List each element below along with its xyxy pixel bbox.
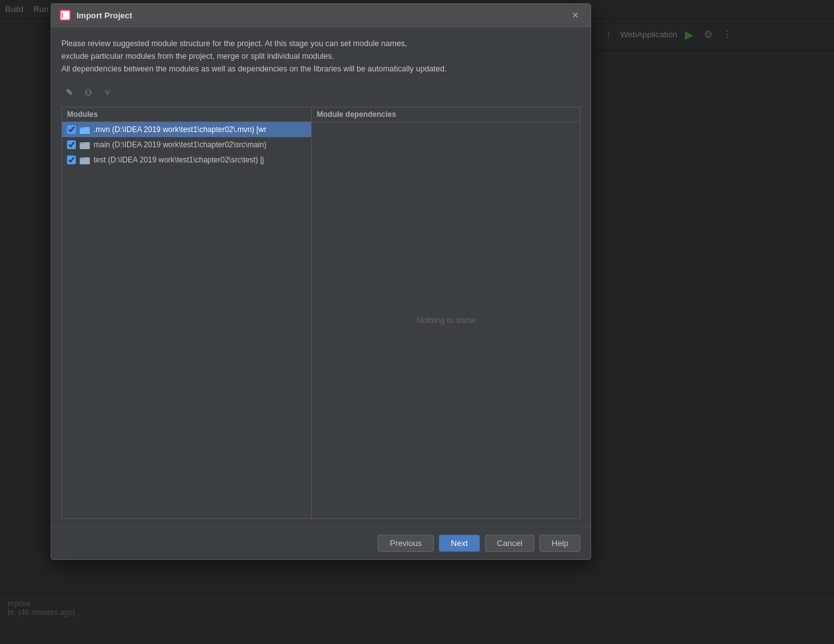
module-name-1: main (D:\IDEA 2019 work\test1\chapter02\… — [94, 140, 266, 149]
svg-rect-5 — [80, 128, 89, 134]
modules-panel: Modules .mvn (D:\IDEA 2019 work\test1\ch… — [62, 107, 312, 518]
module-item[interactable]: .mvn (D:\IDEA 2019 work\test1\chapter02\… — [62, 122, 311, 137]
merge-icon: ⚇ — [85, 88, 92, 97]
module-item[interactable]: test (D:\IDEA 2019 work\test1\chapter02\… — [62, 152, 311, 167]
edit-module-button[interactable]: ✎ — [61, 84, 78, 100]
module-name-2: test (D:\IDEA 2019 work\test1\chapter02\… — [94, 155, 264, 164]
dialog-titlebar: I Import Project × — [51, 4, 591, 27]
dialog-title-left: I Import Project — [59, 9, 132, 21]
folder-icon-1 — [80, 140, 90, 150]
folder-icon-0 — [80, 125, 90, 135]
svg-rect-11 — [80, 159, 89, 164]
svg-text:I: I — [61, 12, 63, 19]
module-name-0: .mvn (D:\IDEA 2019 work\test1\chapter02\… — [94, 125, 266, 134]
module-item[interactable]: main (D:\IDEA 2019 work\test1\chapter02\… — [62, 137, 311, 152]
module-checkbox-1[interactable] — [67, 140, 76, 149]
dialog-close-button[interactable]: × — [568, 8, 583, 23]
module-checkbox-2[interactable] — [67, 155, 76, 164]
deps-empty-text: Nothing to show — [312, 122, 580, 518]
dialog-footer: Previous Next Cancel Help — [51, 526, 591, 559]
merge-module-button[interactable]: ⚇ — [80, 84, 97, 100]
dialog-title-text: Import Project — [77, 11, 132, 20]
modules-toolbar: ✎ ⚇ ⑂ — [61, 84, 580, 100]
modules-deps-panels: Modules .mvn (D:\IDEA 2019 work\test1\ch… — [61, 107, 580, 519]
help-button[interactable]: Help — [539, 535, 580, 552]
module-checkbox-0[interactable] — [67, 125, 76, 134]
cancel-button[interactable]: Cancel — [485, 535, 534, 552]
split-icon: ⑂ — [105, 88, 110, 97]
dialog-app-icon: I — [59, 9, 71, 21]
previous-button[interactable]: Previous — [377, 535, 434, 552]
edit-icon: ✎ — [66, 87, 73, 97]
svg-rect-8 — [80, 143, 89, 149]
dialog-body: Please review suggested module structure… — [51, 27, 591, 519]
import-project-dialog: I Import Project × Please review suggest… — [51, 3, 591, 560]
modules-panel-header: Modules — [62, 107, 311, 122]
deps-panel: Module dependencies Nothing to show — [312, 107, 580, 518]
split-module-button[interactable]: ⑂ — [99, 84, 116, 100]
dialog-description: Please review suggested module structure… — [61, 37, 580, 75]
folder-icon-2 — [80, 155, 90, 165]
next-button[interactable]: Next — [439, 535, 480, 552]
deps-panel-header: Module dependencies — [312, 107, 580, 122]
